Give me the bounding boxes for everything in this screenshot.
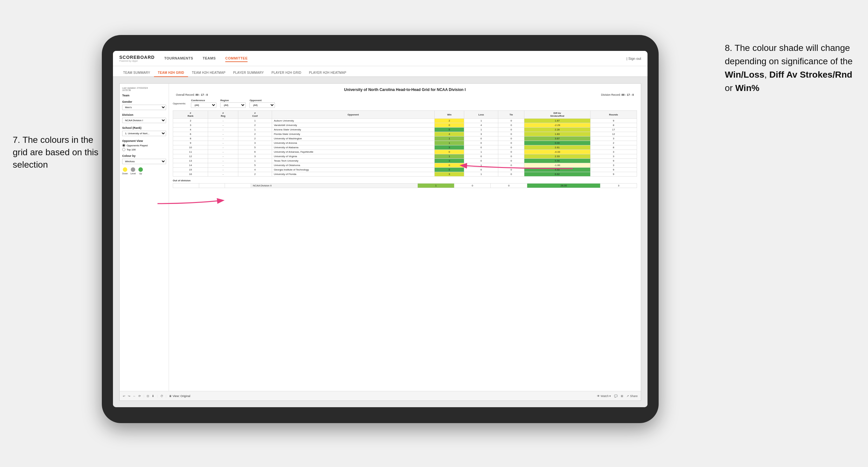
ood-reg — [199, 184, 225, 188]
download-btn[interactable]: ⬇ — [152, 395, 154, 398]
tab-player-h2h-heatmap[interactable]: PLAYER H2H HEATMAP — [305, 69, 350, 77]
conference-select[interactable]: (All) — [191, 102, 216, 108]
cell-win: 3 — [435, 145, 464, 150]
cell-win: 3 — [435, 172, 464, 177]
cell-win: 5 — [435, 168, 464, 172]
cell-rank: 10 — [173, 145, 208, 150]
cell-rank: 11 — [173, 150, 208, 154]
ood-rounds: 3 — [600, 184, 637, 188]
cell-rounds: 17 — [590, 128, 637, 132]
tableau-container: Last Updated: 27/03/2024 16:55:38 Team G… — [119, 83, 641, 401]
opponent-select[interactable]: (All) — [249, 102, 275, 108]
cell-win: 3 — [435, 159, 464, 163]
cell-loss: 1 — [464, 119, 498, 123]
cell-tie: 0 — [498, 132, 524, 136]
cell-conf: 3 — [238, 154, 272, 159]
tab-team-h2h-grid[interactable]: TEAM H2H GRID — [154, 69, 188, 77]
layout-btn[interactable]: ⊞ — [621, 395, 623, 398]
cell-loss: 1 — [464, 172, 498, 177]
cell-reg: - — [208, 136, 238, 141]
cell-conf: 1 — [238, 128, 272, 132]
division-select[interactable]: NCAA Division I — [122, 118, 166, 123]
tab-player-h2h-grid[interactable]: PLAYER H2H GRID — [268, 69, 305, 77]
sep1: | — [144, 395, 144, 398]
tab-team-h2h-heatmap[interactable]: TEAM H2H HEATMAP — [188, 69, 229, 77]
cell-rounds: 12 — [590, 132, 637, 136]
school-select[interactable]: 1. University of Nort... — [122, 131, 166, 136]
tab-team-summary[interactable]: TEAM SUMMARY — [119, 69, 154, 77]
cell-conf: 2 — [238, 123, 272, 128]
comment-btn[interactable]: 💬 — [614, 395, 618, 398]
nav-teams[interactable]: TEAMS — [203, 55, 216, 62]
cell-tie: 0 — [498, 168, 524, 172]
nav-committee[interactable]: COMMITTEE — [225, 55, 248, 62]
cell-tie: 0 — [498, 163, 524, 168]
clock-btn[interactable]: ⏱ — [160, 395, 163, 398]
table-row: 15 - 4 Georgia Institute of Technology 5… — [173, 168, 637, 172]
col-reg: #Reg — [208, 111, 238, 119]
cell-diff: 1.83 — [524, 132, 591, 136]
cell-tie: 0 — [498, 154, 524, 159]
opponent-label: Opponent — [249, 99, 275, 102]
tab-player-summary[interactable]: PLAYER SUMMARY — [229, 69, 268, 77]
col-opponent: Opponent — [272, 111, 435, 119]
opponent-view-label: Opponent View — [122, 139, 166, 143]
cell-conf: 2 — [238, 172, 272, 177]
cell-win: 0 — [435, 163, 464, 168]
cell-diff: -2.29 — [524, 123, 591, 128]
colour-by-select[interactable]: Win/loss — [122, 159, 166, 164]
table-row: 2 - 1 Auburn University 2 1 0 1.67 9 — [173, 119, 637, 123]
legend-level-dot — [131, 167, 135, 172]
cell-diff: 2.28 — [524, 128, 591, 132]
table-row: 10 - 5 University of Alabama 3 0 0 2.61 … — [173, 145, 637, 150]
region-label: Region — [220, 99, 246, 102]
out-of-division-table: NCAA Division II 1 0 0 26.00 3 — [173, 183, 637, 188]
table-row: 4 - 1 Arizona State University 5 1 0 2.2… — [173, 128, 637, 132]
cell-reg: - — [208, 119, 238, 123]
sign-out[interactable]: | Sign out — [626, 57, 641, 60]
table-header-row: #Rank #Reg #Conf Opponent Win Loss Tie D… — [173, 111, 637, 119]
cell-conf: 1 — [238, 119, 272, 123]
region-select[interactable]: (All) — [220, 102, 246, 108]
tableau-body: Last Updated: 27/03/2024 16:55:38 Team G… — [120, 84, 641, 391]
division-record: Division Record: 88 - 17 - 0 — [601, 93, 634, 96]
redo-btn[interactable]: ↪ — [128, 395, 130, 398]
top-nav: SCOREBOARD Powered by clippd TOURNAMENTS… — [113, 51, 648, 66]
annotation-left: 7. The colours in the grid are based on … — [13, 134, 102, 171]
cell-tie: 0 — [498, 141, 524, 145]
cell-rank: 14 — [173, 163, 208, 168]
table-row: 12 - 3 University of Virginia 1 0 0 2.33… — [173, 154, 637, 159]
school-label: School (Rank) — [122, 126, 166, 129]
watch-btn[interactable]: 👁 Watch ▾ — [597, 395, 611, 398]
cell-rank: 8 — [173, 136, 208, 141]
cell-rounds: 9 — [590, 119, 637, 123]
toolbar-right: 👁 Watch ▾ 💬 ⊞ ↗ Share — [597, 395, 638, 398]
share-btn[interactable]: ↗ Share — [626, 395, 638, 398]
back-btn[interactable]: ← — [133, 395, 136, 398]
cell-opponent: University of Florida — [272, 172, 435, 177]
radio-opponents-played[interactable]: Opponents Played — [122, 144, 166, 147]
cell-reg: - — [208, 123, 238, 128]
cell-tie: 0 — [498, 150, 524, 154]
logo-area: SCOREBOARD Powered by clippd — [119, 55, 155, 62]
cell-rounds: 8 — [590, 123, 637, 128]
school-section: School (Rank) 1. University of Nort... — [122, 126, 166, 136]
cell-loss: 3 — [464, 132, 498, 136]
legend-up-dot — [138, 167, 143, 172]
cell-loss: 1 — [464, 163, 498, 168]
gender-select[interactable]: Men's — [122, 105, 166, 110]
cell-rounds: 3 — [590, 163, 637, 168]
cell-loss: 1 — [464, 128, 498, 132]
radio-top100[interactable]: Top 100 — [122, 148, 166, 151]
main-grid: University of North Carolina Head-to-Hea… — [169, 84, 641, 391]
legend-up-label: Up — [139, 173, 142, 175]
cell-opponent: University of Alabama — [272, 145, 435, 150]
undo-btn[interactable]: ↩ — [123, 395, 125, 398]
cell-reg: - — [208, 154, 238, 159]
crop-btn[interactable]: ⊡ — [147, 395, 149, 398]
refresh-btn[interactable]: ⟳ — [138, 395, 141, 398]
table-row: 3 - 2 Vanderbilt University 0 4 0 -2.29 … — [173, 123, 637, 128]
nav-tournaments[interactable]: TOURNAMENTS — [164, 55, 193, 62]
filter-row: Opponents: Conference (All) Region — [173, 99, 637, 108]
col-win: Win — [435, 111, 464, 119]
